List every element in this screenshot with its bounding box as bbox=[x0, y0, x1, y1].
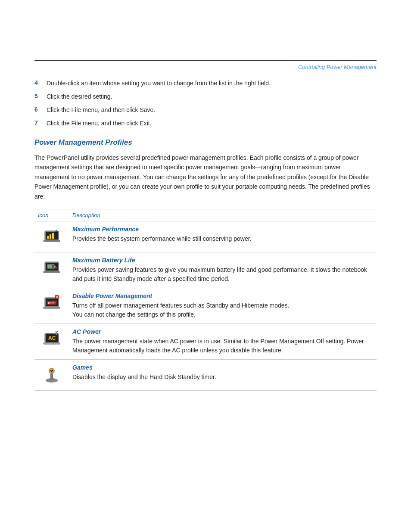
col-desc-header: Description bbox=[69, 209, 377, 221]
step-number-7: 7 bbox=[34, 119, 47, 126]
table-row: ⟳ Maximum Battery Life Provides power sa… bbox=[34, 252, 377, 288]
header-title: Controlling Power Management bbox=[298, 64, 377, 70]
svg-point-32 bbox=[50, 370, 52, 371]
step-text-5: Click the desired setting. bbox=[47, 92, 112, 101]
svg-rect-11 bbox=[48, 265, 52, 268]
svg-text:OFF: OFF bbox=[48, 301, 55, 305]
table-row: AC AC Power The power management state w… bbox=[34, 324, 377, 359]
profile-name-max-bat: Maximum Battery Life bbox=[72, 257, 373, 264]
list-item: 5 Click the desired setting. bbox=[34, 92, 377, 101]
icon-cell-games bbox=[34, 359, 69, 390]
svg-point-34 bbox=[51, 371, 53, 372]
list-item: 4 Double-click an item whose setting you… bbox=[34, 79, 377, 88]
profile-desc-disable: Turns off all power management features … bbox=[72, 302, 290, 318]
page-header: Controlling Power Management bbox=[0, 61, 411, 79]
section-heading: Power Management Profiles bbox=[34, 138, 377, 147]
svg-rect-24 bbox=[44, 343, 60, 344]
svg-rect-18 bbox=[44, 307, 60, 308]
desc-cell-max-perf: Maximum Performance Provides the best sy… bbox=[69, 221, 377, 252]
disable-power-management-icon: OFF ✕ bbox=[41, 292, 62, 313]
svg-rect-5 bbox=[44, 240, 60, 242]
step-number-5: 5 bbox=[34, 92, 47, 100]
svg-rect-2 bbox=[47, 236, 49, 239]
svg-point-33 bbox=[52, 370, 53, 371]
profile-name-ac: AC Power bbox=[72, 328, 373, 335]
svg-rect-4 bbox=[52, 233, 54, 239]
desc-cell-disable: Disable Power Management Turns off all p… bbox=[69, 288, 377, 324]
step-number-6: 6 bbox=[34, 106, 47, 113]
profile-name-disable: Disable Power Management bbox=[72, 292, 373, 299]
desc-cell-max-bat: Maximum Battery Life Provides power savi… bbox=[69, 252, 377, 288]
icon-cell-disable: OFF ✕ bbox=[34, 288, 69, 324]
desc-cell-games: Games Disables the display and the Hard … bbox=[69, 359, 377, 390]
steps-list: 4 Double-click an item whose setting you… bbox=[34, 79, 377, 128]
table-row: OFF ✕ Disable Power Management Turns off… bbox=[34, 288, 377, 324]
icon-cell-max-perf bbox=[34, 221, 69, 252]
section-intro: The PowerPanel utility provides several … bbox=[34, 153, 377, 201]
step-number-4: 4 bbox=[34, 79, 47, 86]
svg-rect-12 bbox=[44, 271, 60, 273]
step-text-7: Click the File menu, and then click Exit… bbox=[47, 119, 152, 128]
svg-text:✕: ✕ bbox=[56, 295, 59, 299]
profiles-table: Icon Description bbox=[34, 209, 377, 391]
list-item: 6 Click the File menu, and then click Sa… bbox=[34, 106, 377, 115]
profile-name-max-perf: Maximum Performance bbox=[72, 226, 373, 233]
icon-cell-ac: AC bbox=[34, 324, 69, 359]
table-row: Games Disables the display and the Hard … bbox=[34, 359, 377, 390]
profile-desc-max-perf: Provides the best system performance whi… bbox=[72, 235, 252, 242]
step-text-4: Double-click an item whose setting you w… bbox=[47, 79, 271, 88]
svg-text:AC: AC bbox=[48, 335, 56, 341]
svg-rect-25 bbox=[56, 332, 57, 335]
profile-desc-max-bat: Provides power saving features to give y… bbox=[72, 266, 367, 282]
profile-desc-games: Disables the display and the Hard Disk S… bbox=[72, 373, 216, 380]
profile-name-games: Games bbox=[72, 364, 373, 371]
main-content: 4 Double-click an item whose setting you… bbox=[0, 79, 411, 391]
games-icon bbox=[41, 364, 62, 385]
col-icon-header: Icon bbox=[34, 209, 69, 221]
page-container: Controlling Power Management 4 Double-cl… bbox=[0, 60, 411, 532]
svg-rect-3 bbox=[50, 234, 51, 239]
svg-text:⟳: ⟳ bbox=[54, 266, 57, 270]
maximum-performance-icon bbox=[41, 226, 62, 246]
icon-cell-max-bat: ⟳ bbox=[34, 252, 69, 288]
table-row: Maximum Performance Provides the best sy… bbox=[34, 221, 377, 252]
profile-desc-ac: The power management state when AC power… bbox=[72, 338, 364, 354]
maximum-battery-life-icon: ⟳ bbox=[41, 257, 62, 277]
ac-power-icon: AC bbox=[41, 328, 62, 349]
table-header-row: Icon Description bbox=[34, 209, 377, 221]
list-item: 7 Click the File menu, and then click Ex… bbox=[34, 119, 377, 128]
desc-cell-ac: AC Power The power management state when… bbox=[69, 324, 377, 359]
step-text-6: Click the File menu, and then click Save… bbox=[47, 106, 155, 115]
